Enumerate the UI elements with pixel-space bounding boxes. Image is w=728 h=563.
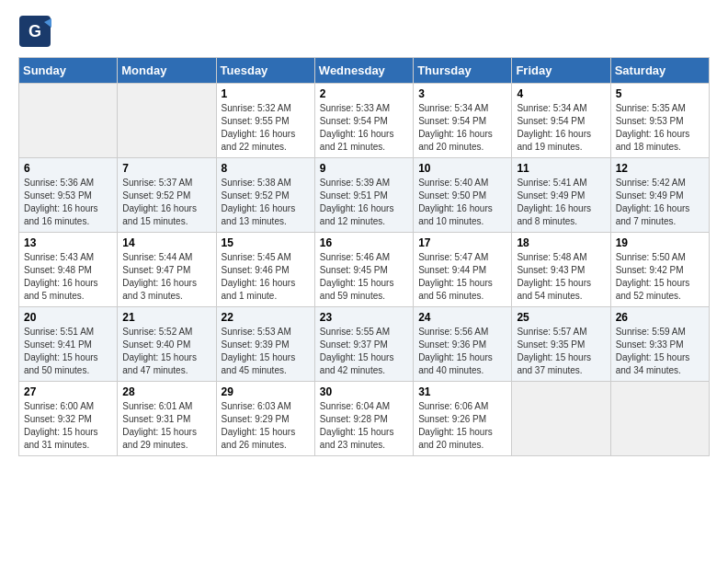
day-number: 19 bbox=[616, 236, 704, 249]
calendar-cell: 26Sunrise: 5:59 AM Sunset: 9:33 PM Dayli… bbox=[610, 307, 709, 382]
calendar-cell: 28Sunrise: 6:01 AM Sunset: 9:31 PM Dayli… bbox=[118, 382, 216, 456]
calendar-table: SundayMondayTuesdayWednesdayThursdayFrid… bbox=[18, 57, 710, 456]
header-row: SundayMondayTuesdayWednesdayThursdayFrid… bbox=[19, 58, 710, 84]
day-info: Sunrise: 5:47 AM Sunset: 9:44 PM Dayligh… bbox=[418, 251, 506, 303]
calendar-cell: 24Sunrise: 5:56 AM Sunset: 9:36 PM Dayli… bbox=[414, 307, 512, 382]
calendar-cell: 13Sunrise: 5:43 AM Sunset: 9:48 PM Dayli… bbox=[19, 233, 118, 307]
day-of-week-header: Wednesday bbox=[314, 58, 413, 84]
calendar-cell: 23Sunrise: 5:55 AM Sunset: 9:37 PM Dayli… bbox=[314, 307, 413, 382]
day-number: 27 bbox=[24, 385, 112, 398]
day-info: Sunrise: 6:06 AM Sunset: 9:26 PM Dayligh… bbox=[418, 400, 506, 452]
calendar-cell bbox=[19, 84, 118, 158]
calendar-cell: 16Sunrise: 5:46 AM Sunset: 9:45 PM Dayli… bbox=[314, 233, 413, 307]
calendar-week-row: 6Sunrise: 5:36 AM Sunset: 9:53 PM Daylig… bbox=[19, 158, 710, 233]
calendar-cell: 9Sunrise: 5:39 AM Sunset: 9:51 PM Daylig… bbox=[314, 158, 413, 233]
calendar-cell: 10Sunrise: 5:40 AM Sunset: 9:50 PM Dayli… bbox=[414, 158, 512, 233]
day-info: Sunrise: 5:55 AM Sunset: 9:37 PM Dayligh… bbox=[320, 326, 408, 377]
day-number: 1 bbox=[222, 87, 310, 100]
day-of-week-header: Tuesday bbox=[216, 58, 314, 84]
calendar-cell: 20Sunrise: 5:51 AM Sunset: 9:41 PM Dayli… bbox=[19, 307, 118, 382]
day-number: 5 bbox=[616, 87, 704, 100]
day-number: 13 bbox=[24, 236, 112, 249]
day-number: 10 bbox=[418, 162, 506, 175]
day-info: Sunrise: 6:03 AM Sunset: 9:29 PM Dayligh… bbox=[222, 400, 310, 452]
day-info: Sunrise: 5:59 AM Sunset: 9:33 PM Dayligh… bbox=[616, 326, 704, 377]
page: G SundayMondayTuesdayWednesdayThursdayFr… bbox=[0, 0, 728, 563]
calendar-cell bbox=[610, 382, 709, 456]
day-info: Sunrise: 6:01 AM Sunset: 9:31 PM Dayligh… bbox=[122, 400, 210, 452]
svg-text:G: G bbox=[28, 22, 41, 40]
calendar-cell: 15Sunrise: 5:45 AM Sunset: 9:46 PM Dayli… bbox=[216, 233, 314, 307]
day-info: Sunrise: 5:38 AM Sunset: 9:52 PM Dayligh… bbox=[222, 177, 310, 228]
day-info: Sunrise: 5:37 AM Sunset: 9:52 PM Dayligh… bbox=[122, 177, 210, 228]
calendar-cell: 27Sunrise: 6:00 AM Sunset: 9:32 PM Dayli… bbox=[19, 382, 118, 456]
day-info: Sunrise: 5:35 AM Sunset: 9:53 PM Dayligh… bbox=[616, 102, 704, 154]
day-number: 22 bbox=[222, 311, 310, 324]
day-of-week-header: Saturday bbox=[610, 58, 709, 84]
day-info: Sunrise: 5:39 AM Sunset: 9:51 PM Dayligh… bbox=[320, 177, 408, 228]
calendar-cell: 19Sunrise: 5:50 AM Sunset: 9:42 PM Dayli… bbox=[610, 233, 709, 307]
calendar-cell bbox=[512, 382, 610, 456]
calendar-cell: 8Sunrise: 5:38 AM Sunset: 9:52 PM Daylig… bbox=[216, 158, 314, 233]
day-number: 31 bbox=[418, 385, 506, 398]
day-info: Sunrise: 5:44 AM Sunset: 9:47 PM Dayligh… bbox=[122, 251, 210, 303]
day-info: Sunrise: 5:43 AM Sunset: 9:48 PM Dayligh… bbox=[24, 251, 112, 303]
day-info: Sunrise: 5:46 AM Sunset: 9:45 PM Dayligh… bbox=[320, 251, 408, 303]
calendar-cell: 5Sunrise: 5:35 AM Sunset: 9:53 PM Daylig… bbox=[610, 84, 709, 158]
calendar-cell: 11Sunrise: 5:41 AM Sunset: 9:49 PM Dayli… bbox=[512, 158, 610, 233]
day-number: 16 bbox=[320, 236, 408, 249]
day-number: 11 bbox=[517, 162, 605, 175]
day-info: Sunrise: 5:32 AM Sunset: 9:55 PM Dayligh… bbox=[222, 102, 310, 154]
calendar-cell: 7Sunrise: 5:37 AM Sunset: 9:52 PM Daylig… bbox=[118, 158, 216, 233]
calendar-cell: 12Sunrise: 5:42 AM Sunset: 9:49 PM Dayli… bbox=[610, 158, 709, 233]
calendar-week-row: 20Sunrise: 5:51 AM Sunset: 9:41 PM Dayli… bbox=[19, 307, 710, 382]
calendar-cell: 4Sunrise: 5:34 AM Sunset: 9:54 PM Daylig… bbox=[512, 84, 610, 158]
day-number: 6 bbox=[24, 162, 112, 175]
day-number: 30 bbox=[320, 385, 408, 398]
day-number: 3 bbox=[418, 87, 506, 100]
header: G bbox=[18, 15, 710, 48]
calendar-cell: 25Sunrise: 5:57 AM Sunset: 9:35 PM Dayli… bbox=[512, 307, 610, 382]
day-number: 28 bbox=[122, 385, 210, 398]
day-info: Sunrise: 5:53 AM Sunset: 9:39 PM Dayligh… bbox=[222, 326, 310, 377]
day-info: Sunrise: 5:57 AM Sunset: 9:35 PM Dayligh… bbox=[517, 326, 605, 377]
logo-icon: G bbox=[18, 15, 51, 48]
calendar-cell bbox=[118, 84, 216, 158]
day-number: 18 bbox=[517, 236, 605, 249]
day-info: Sunrise: 5:40 AM Sunset: 9:50 PM Dayligh… bbox=[418, 177, 506, 228]
calendar-cell: 18Sunrise: 5:48 AM Sunset: 9:43 PM Dayli… bbox=[512, 233, 610, 307]
day-info: Sunrise: 5:33 AM Sunset: 9:54 PM Dayligh… bbox=[320, 102, 408, 154]
day-number: 14 bbox=[122, 236, 210, 249]
day-info: Sunrise: 5:36 AM Sunset: 9:53 PM Dayligh… bbox=[24, 177, 112, 228]
logo: G bbox=[18, 15, 55, 48]
day-info: Sunrise: 5:56 AM Sunset: 9:36 PM Dayligh… bbox=[418, 326, 506, 377]
day-number: 4 bbox=[517, 87, 605, 100]
day-info: Sunrise: 5:48 AM Sunset: 9:43 PM Dayligh… bbox=[517, 251, 605, 303]
day-number: 17 bbox=[418, 236, 506, 249]
day-number: 21 bbox=[122, 311, 210, 324]
day-number: 2 bbox=[320, 87, 408, 100]
day-number: 23 bbox=[320, 311, 408, 324]
day-number: 15 bbox=[222, 236, 310, 249]
day-of-week-header: Sunday bbox=[19, 58, 118, 84]
calendar-week-row: 27Sunrise: 6:00 AM Sunset: 9:32 PM Dayli… bbox=[19, 382, 710, 456]
calendar-header: SundayMondayTuesdayWednesdayThursdayFrid… bbox=[19, 58, 710, 84]
calendar-cell: 6Sunrise: 5:36 AM Sunset: 9:53 PM Daylig… bbox=[19, 158, 118, 233]
day-info: Sunrise: 5:45 AM Sunset: 9:46 PM Dayligh… bbox=[222, 251, 310, 303]
calendar-cell: 21Sunrise: 5:52 AM Sunset: 9:40 PM Dayli… bbox=[118, 307, 216, 382]
calendar-week-row: 1Sunrise: 5:32 AM Sunset: 9:55 PM Daylig… bbox=[19, 84, 710, 158]
calendar-cell: 17Sunrise: 5:47 AM Sunset: 9:44 PM Dayli… bbox=[414, 233, 512, 307]
day-number: 29 bbox=[222, 385, 310, 398]
day-info: Sunrise: 5:50 AM Sunset: 9:42 PM Dayligh… bbox=[616, 251, 704, 303]
calendar-cell: 29Sunrise: 6:03 AM Sunset: 9:29 PM Dayli… bbox=[216, 382, 314, 456]
calendar-body: 1Sunrise: 5:32 AM Sunset: 9:55 PM Daylig… bbox=[19, 84, 710, 456]
day-info: Sunrise: 6:04 AM Sunset: 9:28 PM Dayligh… bbox=[320, 400, 408, 452]
day-number: 7 bbox=[122, 162, 210, 175]
day-info: Sunrise: 5:41 AM Sunset: 9:49 PM Dayligh… bbox=[517, 177, 605, 228]
day-of-week-header: Monday bbox=[118, 58, 216, 84]
day-info: Sunrise: 5:34 AM Sunset: 9:54 PM Dayligh… bbox=[418, 102, 506, 154]
calendar-cell: 31Sunrise: 6:06 AM Sunset: 9:26 PM Dayli… bbox=[414, 382, 512, 456]
day-number: 8 bbox=[222, 162, 310, 175]
day-info: Sunrise: 5:51 AM Sunset: 9:41 PM Dayligh… bbox=[24, 326, 112, 377]
day-number: 25 bbox=[517, 311, 605, 324]
